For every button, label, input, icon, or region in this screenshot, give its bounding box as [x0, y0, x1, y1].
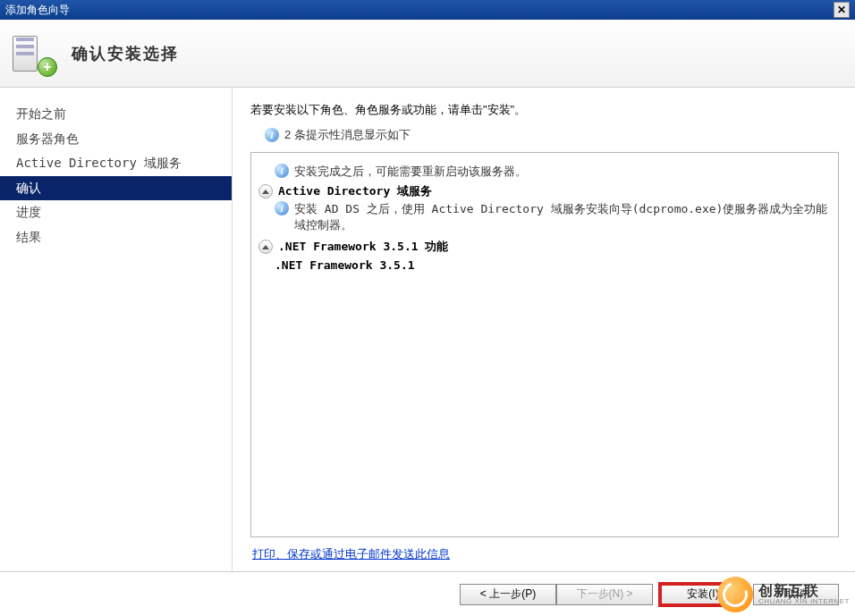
sidebar-item-before-begin[interactable]: 开始之前: [0, 102, 232, 127]
page-heading: 确认安装选择: [72, 43, 179, 64]
sidebar-item-confirmation[interactable]: 确认: [0, 176, 232, 201]
sidebar-item-progress[interactable]: 进度: [0, 200, 232, 225]
adds-install-note: 安装 AD DS 之后，使用 Active Directory 域服务安装向导(…: [294, 201, 831, 233]
hint-text: 2 条提示性消息显示如下: [284, 127, 411, 143]
info-icon: i: [275, 164, 289, 178]
cancel-button[interactable]: 取消: [753, 584, 839, 605]
info-icon: i: [275, 201, 289, 215]
info-icon: i: [265, 128, 279, 142]
section-title-netfx: .NET Framework 3.5.1 功能: [278, 239, 448, 255]
section-title-adds: Active Directory 域服务: [278, 183, 432, 199]
hint-line: i 2 条提示性消息显示如下: [265, 127, 839, 143]
window-title: 添加角色向导: [5, 3, 70, 18]
next-button: 下一步(N) >: [556, 584, 653, 605]
previous-button[interactable]: < 上一步(P): [460, 584, 556, 605]
sidebar-item-server-roles[interactable]: 服务器角色: [0, 127, 232, 152]
chevron-up-icon[interactable]: [258, 240, 273, 254]
content-pane: 若要安装以下角色、角色服务或功能，请单击"安装"。 i 2 条提示性消息显示如下…: [233, 88, 855, 571]
server-add-icon: +: [13, 32, 55, 75]
intro-text: 若要安装以下角色、角色服务或功能，请单击"安装"。: [250, 102, 839, 118]
close-button[interactable]: ✕: [834, 2, 850, 18]
print-save-link[interactable]: 打印、保存或通过电子邮件发送此信息: [250, 544, 839, 562]
title-bar: 添加角色向导 ✕: [0, 0, 855, 20]
sidebar-item-ad-ds[interactable]: Active Directory 域服务: [0, 151, 232, 176]
chevron-up-icon[interactable]: [258, 184, 273, 198]
sidebar-item-results[interactable]: 结果: [0, 225, 232, 250]
restart-note: 安装完成之后，可能需要重新启动该服务器。: [294, 164, 527, 180]
wizard-steps-sidebar: 开始之前 服务器角色 Active Directory 域服务 确认 进度 结果: [0, 88, 233, 571]
install-button[interactable]: 安装(I): [660, 584, 746, 605]
summary-box: i 安装完成之后，可能需要重新启动该服务器。 Active Directory …: [250, 152, 839, 537]
wizard-header: + 确认安装选择: [0, 20, 855, 88]
wizard-footer: < 上一步(P) 下一步(N) > 安装(I) 取消: [0, 571, 855, 616]
netfx-child: .NET Framework 3.5.1: [275, 258, 831, 272]
